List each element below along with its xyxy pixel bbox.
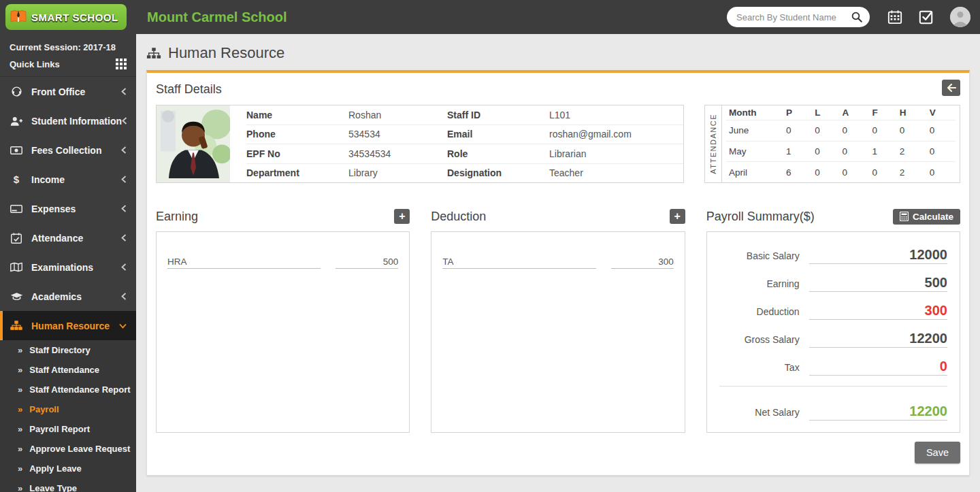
earning-row [167,255,398,269]
deduction-row [442,255,673,269]
main-content: Human Resource Staff Details [136,34,980,492]
payroll-value: 500 [809,275,947,292]
chevron-left-icon [121,263,127,271]
add-earning-button[interactable]: + [394,209,410,224]
payroll-field: Earning 500 [719,264,947,292]
attendance-table: Month P L A F H V June000000 [726,105,956,182]
payroll-value: 0 [809,359,947,376]
calendar-check-icon [10,232,23,244]
sidebar-item-expenses[interactable]: Expenses [0,194,136,223]
earning-name-input[interactable] [167,255,321,269]
payroll-field: Deduction 300 [719,292,947,320]
submenu-item-apply-leave[interactable]: »Apply Leave [0,459,136,478]
staff-photo [157,105,230,182]
current-session-label: Current Session: 2017-18 [10,42,127,52]
sidebar-item-student-information[interactable]: Student Information [0,106,136,135]
top-bar: SMART SCHOOL Mount Carmel School [0,0,980,34]
submenu-item-staff-directory[interactable]: »Staff Directory [0,340,136,360]
chevron-left-icon [121,293,127,300]
sitemap-icon [10,320,23,332]
payroll-value: 12200 [809,331,947,348]
page-header: Human Resource [146,44,970,62]
payroll-value: 12000 [809,247,947,264]
save-button[interactable]: Save [915,442,960,463]
headset-icon [10,86,23,98]
back-button[interactable] [942,80,960,96]
sidebar-item-human-resource[interactable]: Human Resource [0,311,136,340]
attendance-vertical-label: ATTENDANCE [705,105,722,182]
graduation-cap-icon [10,291,23,303]
submenu-item-approve-leave-request[interactable]: »Approve Leave Request [0,439,136,459]
user-avatar[interactable] [950,7,970,27]
deduction-pane [431,231,685,433]
sidebar-item-income[interactable]: $ Income [0,165,136,194]
attendance-header-row: Month P L A F H V [726,105,956,120]
search-icon[interactable] [851,11,863,23]
logo-text: SMART SCHOOL [31,12,118,23]
deduction-name-input[interactable] [442,255,595,269]
payroll-field: Basic Salary 12000 [719,236,947,264]
calculate-button[interactable]: Calculate [893,209,960,225]
attendance-row: April600020 [726,162,956,182]
deduction-amount-input[interactable] [611,255,674,269]
app-logo[interactable]: SMART SCHOOL [0,0,136,34]
submenu-item-payroll-report[interactable]: »Payroll Report [0,419,136,439]
student-search [727,7,870,27]
net-salary-field: Net Salary 12200 [719,388,947,421]
payroll-summary-pane: Basic Salary 12000 Earning 500 Deduction… [706,231,960,433]
chevron-left-icon [121,146,127,154]
task-check-icon[interactable] [919,10,934,24]
card-footer: Save [156,442,960,463]
chevron-down-icon [119,323,127,329]
chevron-left-icon [121,176,127,183]
payroll-field: Tax 0 [719,348,947,376]
attendance-row: May100120 [726,141,956,162]
calendar-icon[interactable] [887,10,902,24]
submenu-item-staff-attendance[interactable]: »Staff Attendance [0,360,136,380]
chevron-left-icon [122,117,127,125]
chevron-left-icon [121,234,127,242]
quick-links-label: Quick Links [10,59,60,69]
attendance-summary-box: ATTENDANCE Month P L A F H V [704,105,960,183]
payroll-summary-title: Payroll Summary($) [706,210,815,224]
staff-details-card: Staff Details NameRoshan [146,70,970,476]
sitemap-icon [146,47,161,60]
staff-fields-table: NameRoshan Staff IDL101 Phone534534 Emai… [230,105,683,182]
earning-amount-input[interactable] [336,255,398,269]
sidebar-item-fees-collection[interactable]: Fees Collection [0,135,136,165]
double-arrow-icon: » [18,444,22,454]
earning-pane [156,231,410,433]
double-arrow-icon: » [18,345,22,355]
submenu-item-payroll[interactable]: »Payroll [0,399,136,419]
payroll-value: 300 [809,303,947,320]
deduction-title: Deduction [431,210,486,224]
chevron-left-icon [121,88,127,95]
divider [719,386,947,387]
sidebar-item-academics[interactable]: Academics [0,282,136,311]
logo-pill: SMART SCHOOL [5,4,127,30]
sidebar-item-attendance[interactable]: Attendance [0,223,136,252]
staff-row: Phone534534 Emailroshan@gmail.com [246,125,683,145]
sidebar-item-front-office[interactable]: Front Office [0,77,136,106]
net-salary-value: 12200 [809,404,947,421]
session-block: Current Session: 2017-18 Quick Links [0,34,136,77]
school-name: Mount Carmel School [147,10,727,25]
double-arrow-icon: » [18,424,22,434]
grid-icon[interactable] [116,59,127,69]
double-arrow-icon: » [18,365,22,375]
submenu-item-leave-type[interactable]: »Leave Type [0,478,136,492]
staff-info-row: NameRoshan Staff IDL101 Phone534534 Emai… [156,105,960,183]
book-logo-icon [10,9,27,25]
sidebar-item-examinations[interactable]: Examinations [0,252,136,282]
earning-title: Earning [156,210,198,224]
staff-details-title: Staff Details [156,82,960,97]
user-plus-icon [10,115,23,127]
search-input[interactable] [727,7,870,27]
sidebar: Current Session: 2017-18 Quick Links Fro… [0,34,136,492]
credit-card-icon [10,203,23,215]
submenu-item-staff-attendance-report[interactable]: »Staff Attendance Report [0,380,136,399]
staff-row: EPF No34534534 RoleLibrarian [246,144,683,164]
quick-links[interactable]: Quick Links [10,59,127,69]
add-deduction-button[interactable]: + [670,209,685,224]
attendance-row: June000000 [726,120,956,142]
